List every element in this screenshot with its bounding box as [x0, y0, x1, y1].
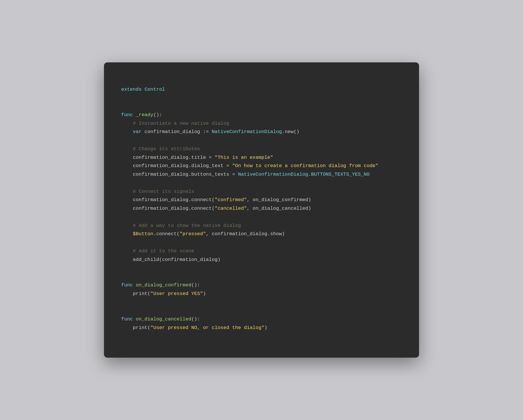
plain-connect1: confirmation_dialog.connect( [121, 197, 215, 203]
plain-add-child: add_child(confirmation_dialog) [121, 257, 221, 262]
plain-close-no: ) [264, 325, 267, 330]
keyword-func-ready: func [121, 112, 133, 118]
string-yes: "User pressed YES" [150, 291, 203, 296]
plain-space [133, 112, 136, 118]
plain-parens2: (): [191, 282, 200, 288]
comment-add: # Add it to the scene [121, 248, 194, 254]
string-pressed: "pressed" [180, 231, 206, 237]
method-title: title [191, 155, 206, 160]
plain-comma2: , on_dialog_cancelled) [247, 206, 311, 211]
plain-eq2: = [223, 163, 232, 169]
plain-print-no: print( [121, 325, 150, 330]
string-cancelled: "cancelled" [215, 206, 247, 211]
plain-eq1: = [206, 155, 215, 160]
plain-button-connect: .connect( [153, 231, 180, 237]
plain-connect2: confirmation_dialog.connect( [121, 206, 215, 211]
plain-buttons: confirmation_dialog. [121, 172, 191, 177]
plain-space2 [133, 282, 136, 288]
keyword-extends: extends [121, 87, 141, 92]
comment-signals: # Connect its signals [121, 189, 194, 194]
func-name-confirmed: on_dialog_confirmed [136, 282, 191, 288]
func-name-ready: _ready [136, 112, 153, 118]
method-buttons-texts: buttons_texts [191, 172, 229, 177]
plain-close-yes: ) [203, 291, 206, 296]
keyword-func-cancelled: func [121, 316, 133, 322]
plain-dialog-text: confirmation_dialog. [121, 163, 191, 169]
comment-show: # Add a way to show the native dialog [121, 223, 241, 228]
comment-instantiate: # Instantiate a new native dialog [121, 121, 229, 126]
keyword-var: var [133, 129, 142, 134]
func-name-cancelled: on_dialog_cancelled [136, 316, 191, 322]
plain-show: , confirmation_dialog.show) [206, 231, 285, 237]
keyword-func-confirmed: func [121, 282, 133, 288]
string-title: "This is an example" [215, 155, 273, 160]
dollar-button: $Button [121, 231, 153, 237]
const-buttons-texts: NativeConfirmationDialog.BUTTONS_TEXTS_Y… [238, 172, 369, 177]
method-dialog-text: dialog_text [191, 163, 223, 169]
plain-print-yes: print( [121, 291, 150, 296]
plain-parens3: (): [191, 316, 200, 322]
string-no: "User pressed NO, or closed the dialog" [150, 325, 264, 330]
plain-parens: (): [153, 112, 162, 118]
code-window: extends Control func _ready(): # Instant… [104, 62, 419, 358]
plain-space3 [133, 316, 136, 322]
plain-var [121, 129, 133, 134]
plain-comma1: , on_dialog_confirmed) [247, 197, 311, 203]
plain-title: confirmation_dialog. [121, 155, 191, 160]
string-confirmed: "confirmed" [215, 197, 247, 203]
comment-change: # Change its attributes [121, 146, 200, 152]
plain-var-name: confirmation_dialog := [141, 129, 212, 134]
code-content: extends Control func _ready(): # Instant… [121, 77, 402, 340]
string-dialog-text: "On how to create a confirmation dialog … [232, 163, 378, 169]
class-control: Control [145, 87, 165, 92]
plain-new: .new() [282, 129, 299, 134]
class-native: NativeConfirmationDialog [212, 129, 282, 134]
plain-text [141, 87, 144, 92]
plain-eq3: = [229, 172, 238, 177]
